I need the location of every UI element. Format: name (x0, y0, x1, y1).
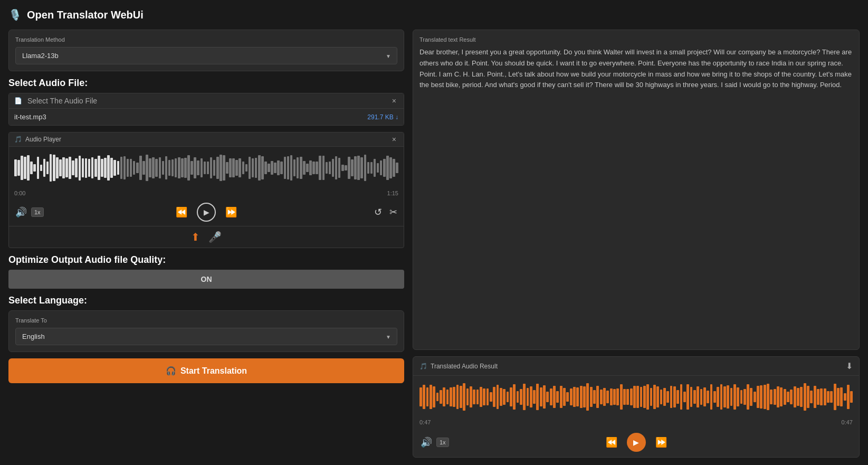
file-upload-header-left: 📄 Select The Audio File (14, 97, 99, 105)
translation-method-wrapper: Llama2-13b GPT-4 DeepL (15, 47, 397, 64)
select-audio-heading: Select Audio File: (8, 78, 404, 89)
music-icon: 🎵 (14, 136, 22, 143)
app-title: Open Translator WebUi (27, 9, 144, 21)
translation-method-section: Translation Method Llama2-13b GPT-4 Deep… (8, 30, 404, 71)
result-rewind-button[interactable]: ⏪ (605, 435, 618, 449)
app-header: 🎙️ Open Translator WebUi (8, 8, 860, 21)
translation-method-select[interactable]: Llama2-13b GPT-4 DeepL (15, 47, 397, 64)
language-select[interactable]: English Spanish French German Italian Po… (15, 328, 397, 345)
left-panel: Translation Method Llama2-13b GPT-4 Deep… (8, 30, 404, 458)
audio-player-header-left: 🎵 Audio Player (14, 136, 61, 143)
upload-row: ⬆ 🎤 (9, 226, 404, 248)
right-panel: Translated text Result Dear brother, I p… (413, 30, 860, 458)
result-speed-badge[interactable]: 1x (436, 438, 449, 447)
result-audio-header: 🎵 Translated Audio Result ⬇ (413, 357, 859, 376)
audio-player-header: 🎵 Audio Player × (9, 132, 404, 147)
time-start: 0:00 (14, 190, 25, 196)
start-translation-button[interactable]: 🎧 Start Translation (8, 358, 404, 383)
audio-player-close-button[interactable]: × (390, 135, 398, 144)
result-controls-left: 🔊 1x (419, 435, 449, 449)
file-icon: 📄 (14, 97, 22, 105)
language-select-wrapper: English Spanish French German Italian Po… (15, 328, 397, 345)
mic-icon: 🎙️ (8, 8, 22, 21)
optimize-toggle-button[interactable]: ON (8, 270, 404, 289)
headphones-icon: 🎧 (166, 366, 176, 376)
file-info-row: it-test.mp3 291.7 KB ↓ (9, 109, 404, 125)
player-controls-left: 🔊 1x (14, 205, 44, 219)
optimize-heading: Optimize Output Audio file Quality: (8, 254, 404, 265)
optimize-section: Optimize Output Audio file Quality: ON (8, 254, 404, 289)
file-size: 291.7 KB ↓ (367, 113, 398, 121)
file-upload-close-button[interactable]: × (390, 97, 398, 105)
audio-player-label: Audio Player (25, 136, 61, 143)
translation-method-label: Translation Method (15, 36, 397, 43)
result-time-start: 0:47 (419, 419, 431, 425)
orange-waveform[interactable] (413, 376, 859, 418)
result-volume-button[interactable]: 🔊 (419, 435, 433, 449)
download-button[interactable]: ⬇ (846, 361, 853, 371)
start-translation-label: Start Translation (180, 366, 247, 376)
file-upload-header: 📄 Select The Audio File × (9, 93, 404, 109)
file-name: it-test.mp3 (14, 113, 46, 121)
result-music-icon: 🎵 (419, 363, 427, 370)
file-upload-area: 📄 Select The Audio File × it-test.mp3 29… (8, 93, 404, 126)
result-time-end: 0:47 (842, 419, 853, 425)
mic-record-button[interactable]: 🎤 (208, 231, 222, 243)
volume-button[interactable]: 🔊 (14, 205, 28, 219)
orange-waveform-bars (419, 381, 853, 413)
cut-button[interactable]: ✂ (388, 205, 398, 219)
result-fast-forward-button[interactable]: ⏩ (654, 435, 668, 449)
translated-text-label: Translated text Result (419, 36, 853, 43)
waveform-bars (14, 152, 398, 184)
rewind-button[interactable]: ⏪ (175, 205, 188, 219)
select-language-heading: Select Language: (8, 295, 404, 306)
translated-text-box: Translated text Result Dear brother, I p… (413, 30, 860, 350)
result-time-row: 0:47 0:47 (413, 418, 859, 428)
play-button[interactable]: ▶ (197, 203, 216, 222)
result-audio-header-left: 🎵 Translated Audio Result (419, 363, 498, 370)
time-end: 1:15 (387, 190, 398, 196)
translated-text-content: Dear brother, I present you a great oppo… (419, 47, 853, 91)
main-layout: Translation Method Llama2-13b GPT-4 Deep… (8, 30, 860, 458)
result-audio-label: Translated Audio Result (431, 363, 498, 370)
repeat-button[interactable]: ↺ (373, 205, 383, 219)
fast-forward-button[interactable]: ⏩ (224, 205, 238, 219)
audio-player-box: 🎵 Audio Player × 0:00 1:15 🔊 1x ⏪ ▶ (8, 132, 404, 248)
result-controls: 🔊 1x ⏪ ▶ ⏩ (413, 428, 859, 457)
speed-badge[interactable]: 1x (31, 207, 44, 217)
waveform-container[interactable] (9, 147, 404, 189)
player-controls-right: ↺ ✂ (373, 205, 398, 219)
select-file-button[interactable]: Select The Audio File (25, 97, 99, 105)
select-language-section: Select Language: Translate To English Sp… (8, 295, 404, 352)
time-row: 0:00 1:15 (9, 189, 404, 198)
upload-button[interactable]: ⬆ (191, 231, 200, 243)
translate-to-label: Translate To (15, 317, 397, 324)
player-controls: 🔊 1x ⏪ ▶ ⏩ ↺ ✂ (9, 198, 404, 226)
result-play-button[interactable]: ▶ (627, 433, 646, 452)
select-audio-section: Select Audio File: 📄 Select The Audio Fi… (8, 78, 404, 126)
language-box: Translate To English Spanish French Germ… (8, 310, 404, 352)
result-audio-box: 🎵 Translated Audio Result ⬇ 0:47 0:47 🔊 … (413, 356, 860, 458)
